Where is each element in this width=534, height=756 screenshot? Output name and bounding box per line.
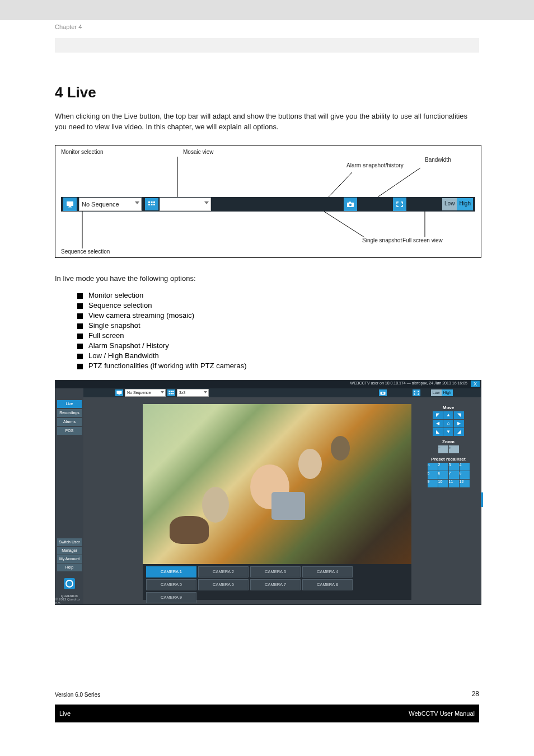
camera-icon xyxy=(346,201,354,208)
app-sidebar: Live Recordings Alarms POS Switch User M… xyxy=(55,388,83,604)
brand-logo xyxy=(61,575,78,592)
app-live-toolbar: No Sequence 3x3 Low High xyxy=(83,388,481,397)
svg-rect-21 xyxy=(117,391,122,394)
right-panel-handle[interactable] xyxy=(481,492,483,507)
ptz-move-s[interactable]: ▼ xyxy=(443,428,453,436)
ptz-move-sw[interactable]: ◣ xyxy=(433,428,443,436)
ptz-preset[interactable]: 4 xyxy=(460,463,470,471)
ptz-move-se[interactable]: ◢ xyxy=(454,428,464,436)
mosaic-grid-button[interactable] xyxy=(145,198,158,210)
bandwidth-high[interactable]: High xyxy=(442,389,453,396)
sidebar-item-alarms[interactable]: Alarms xyxy=(57,418,82,426)
bandwidth-high[interactable]: High xyxy=(457,198,473,210)
camera-button[interactable]: CAMERA 7 xyxy=(250,579,301,590)
ptz-preset[interactable]: 6 xyxy=(438,471,448,479)
options-list: Monitor selection Sequence selection Vie… xyxy=(55,291,479,370)
live-video-frame[interactable] xyxy=(143,404,411,564)
copyright-text: © 2013 Quadrox n.v. xyxy=(55,598,83,604)
bandwidth-toggle[interactable]: Low High xyxy=(431,389,453,396)
ptz-move-home[interactable]: ⌂ xyxy=(443,420,453,428)
sidebar-item-live[interactable]: Live xyxy=(57,400,82,408)
option-item: Sequence selection xyxy=(88,301,152,309)
sidebar-item-pos[interactable]: POS xyxy=(57,427,82,435)
mosaic-size-select[interactable] xyxy=(160,198,211,211)
fullscreen-button[interactable] xyxy=(413,389,420,396)
app-close-button[interactable]: X xyxy=(471,381,480,387)
ptz-preset-label: Preset recall/set xyxy=(419,457,477,462)
ptz-move-e[interactable]: ▶ xyxy=(454,420,464,428)
annot-single-snapshot: Single snapshot xyxy=(362,237,402,243)
ptz-preset[interactable]: 5 xyxy=(428,471,438,479)
ptz-zoom-out[interactable]: − xyxy=(438,445,448,453)
camera-button[interactable]: CAMERA 8 xyxy=(302,579,353,590)
snapshot-button[interactable] xyxy=(379,389,387,396)
ptz-zoom-in[interactable]: + xyxy=(449,445,459,453)
bullet-icon xyxy=(77,293,83,299)
footer-right: WebCCTV User Manual xyxy=(409,710,475,717)
mosaic-grid-button[interactable] xyxy=(167,389,175,396)
svg-rect-7 xyxy=(69,206,71,207)
svg-rect-24 xyxy=(171,391,172,392)
page-number: 28 xyxy=(472,690,479,698)
svg-line-1 xyxy=(329,172,352,197)
option-item: Monitor selection xyxy=(88,291,143,299)
bandwidth-low[interactable]: Low xyxy=(442,198,457,210)
footer-left: Live xyxy=(59,710,71,717)
ptz-preset[interactable]: 7 xyxy=(449,471,459,479)
ptz-move-pad: ◤ ▲ ◥ ◀ ⌂ ▶ ◣ ▼ ◢ xyxy=(419,411,477,436)
ptz-preset[interactable]: ⌂ xyxy=(428,463,438,471)
ptz-move-ne[interactable]: ◥ xyxy=(454,411,464,419)
option-item: Full screen xyxy=(88,331,124,340)
ptz-preset[interactable]: 8 xyxy=(460,471,470,479)
bullet-icon xyxy=(77,334,83,339)
sequence-select[interactable]: No Sequence xyxy=(125,389,166,397)
annot-bandwidth: Bandwidth xyxy=(425,157,451,163)
svg-rect-22 xyxy=(119,394,120,395)
ptz-move-w[interactable]: ◀ xyxy=(433,420,443,428)
sequence-select[interactable]: No Sequence xyxy=(79,198,142,211)
svg-rect-28 xyxy=(172,393,174,395)
ptz-preset[interactable]: 2 xyxy=(438,463,448,471)
sidebar-item-help[interactable]: Help xyxy=(57,564,82,571)
svg-rect-15 xyxy=(153,204,155,205)
sidebar-item-recordings[interactable]: Recordings xyxy=(57,409,82,417)
bandwidth-low[interactable]: Low xyxy=(431,389,442,396)
svg-rect-25 xyxy=(172,391,174,392)
grid-icon xyxy=(168,391,174,395)
chevron-down-icon xyxy=(204,391,207,393)
monitor-select-button[interactable] xyxy=(115,389,123,396)
svg-rect-14 xyxy=(151,204,153,205)
chevron-down-icon xyxy=(135,201,139,204)
camera-button[interactable]: CAMERA 5 xyxy=(146,579,196,590)
monitor-select-button[interactable] xyxy=(63,198,77,211)
camera-button[interactable]: CAMERA 1 xyxy=(146,566,196,577)
option-item: View camera streaming (mosaic) xyxy=(88,311,194,320)
svg-point-18 xyxy=(349,203,352,205)
mosaic-size-select[interactable]: 3x3 xyxy=(177,389,209,397)
ptz-preset[interactable]: 11 xyxy=(449,480,459,487)
snapshot-button[interactable] xyxy=(344,198,357,211)
ptz-preset[interactable]: 12 xyxy=(460,480,470,487)
camera-button[interactable]: CAMERA 4 xyxy=(302,566,353,577)
ptz-preset[interactable]: 3 xyxy=(449,463,459,471)
camera-button[interactable]: CAMERA 9 xyxy=(146,592,196,603)
bullet-icon xyxy=(77,323,83,329)
video-area: CAMERA 1 CAMERA 2 CAMERA 3 CAMERA 4 CAME… xyxy=(83,397,416,604)
svg-rect-10 xyxy=(148,201,150,203)
fullscreen-button[interactable] xyxy=(393,198,406,211)
sidebar-item-switch-user[interactable]: Switch User xyxy=(57,538,82,546)
camera-button[interactable]: CAMERA 2 xyxy=(198,566,249,577)
option-item: Alarm Snapshot / History xyxy=(88,341,169,350)
annot-sequence-selection: Sequence selection xyxy=(61,248,110,255)
ptz-move-n[interactable]: ▲ xyxy=(443,411,453,419)
ptz-preset[interactable]: 10 xyxy=(438,480,448,487)
sidebar-item-my-account[interactable]: My Account xyxy=(57,555,82,563)
sequence-select-label: No Sequence xyxy=(82,201,119,208)
camera-button[interactable]: CAMERA 6 xyxy=(198,579,249,590)
bandwidth-toggle[interactable]: Low High xyxy=(442,198,473,210)
sidebar-item-manager[interactable]: Manager xyxy=(57,547,82,555)
ptz-preset[interactable]: 9 xyxy=(428,480,438,487)
camera-button[interactable]: CAMERA 3 xyxy=(250,566,301,577)
bullet-icon xyxy=(77,303,83,309)
ptz-move-nw[interactable]: ◤ xyxy=(433,411,443,419)
